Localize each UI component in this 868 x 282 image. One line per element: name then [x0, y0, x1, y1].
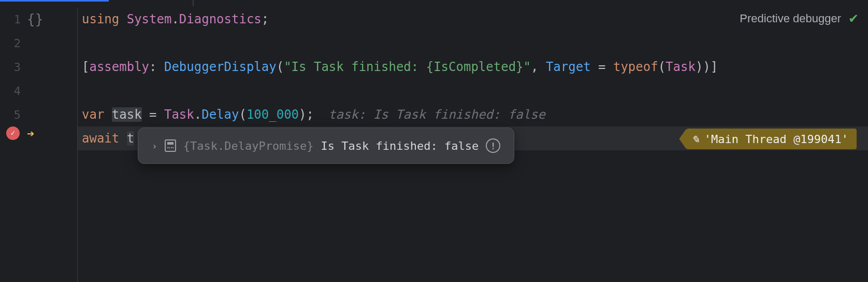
breakpoint-icon[interactable]: ✓	[6, 126, 20, 140]
keyword: await	[82, 131, 119, 146]
method-call: Delay	[201, 107, 239, 122]
code-line[interactable]: [assembly: DebuggerDisplay("Is Task fini…	[78, 55, 868, 79]
breakpoint-gutter[interactable]: ✓ ➔	[0, 126, 78, 150]
identifier: Diagnostics	[179, 12, 262, 26]
gutter-row[interactable]: 1 {}	[0, 7, 77, 31]
gutter-row[interactable]: 2	[0, 31, 77, 55]
debugger-tooltip[interactable]: › {Task.DelayPromise} Is Task finished: …	[138, 128, 514, 164]
variable: task	[112, 107, 142, 122]
code-line[interactable]	[78, 31, 868, 55]
code-fold-icon[interactable]: {}	[27, 11, 43, 27]
type-ref: Task	[164, 107, 194, 122]
execution-arrow-icon: ➔	[27, 126, 34, 141]
line-number: 4	[0, 84, 23, 97]
named-arg: Target	[546, 60, 591, 74]
variable-partial: t	[127, 131, 134, 146]
attribute: DebuggerDisplay	[164, 60, 277, 74]
code-line[interactable]: var task = Task.Delay(100_000);task: Is …	[78, 103, 868, 126]
number-literal: 100_000	[247, 107, 299, 122]
line-number: 3	[0, 61, 23, 74]
type-ref: Task	[666, 60, 696, 74]
gutter-row[interactable]: 5	[0, 103, 77, 126]
thread-badge[interactable]: ✎ 'Main Thread @199041'	[686, 129, 857, 149]
tab-separator	[193, 0, 194, 6]
calculator-icon	[165, 139, 176, 152]
thread-label: 'Main Thread @199041'	[704, 133, 848, 146]
tooltip-type-label: {Task.DelayPromise}	[183, 139, 314, 152]
keyword: using	[82, 12, 119, 26]
inline-value-hint: task: Is Task finished: false	[328, 107, 545, 122]
keyword: var	[82, 107, 104, 122]
string-literal: "Is Task finished: {IsCompleted}"	[284, 60, 531, 74]
line-number: 5	[0, 108, 23, 121]
tooltip-value-label: Is Task finished: false	[321, 139, 479, 152]
progress-bar	[0, 0, 109, 2]
alert-icon[interactable]: !	[486, 138, 500, 153]
code-line[interactable]: using System.Diagnostics;	[78, 7, 868, 31]
squiggle-icon: ✎	[691, 132, 699, 146]
identifier: System	[127, 12, 172, 26]
keyword: assembly	[89, 60, 149, 74]
gutter-row[interactable]: 4	[0, 79, 77, 103]
code-line[interactable]	[78, 79, 868, 103]
line-number: 2	[0, 37, 23, 50]
keyword: typeof	[613, 60, 658, 74]
line-number: 1	[0, 13, 23, 26]
chevron-right-icon[interactable]: ›	[152, 140, 157, 151]
breakpoint-check-icon: ✓	[11, 129, 15, 137]
gutter-row[interactable]: 3	[0, 55, 77, 79]
